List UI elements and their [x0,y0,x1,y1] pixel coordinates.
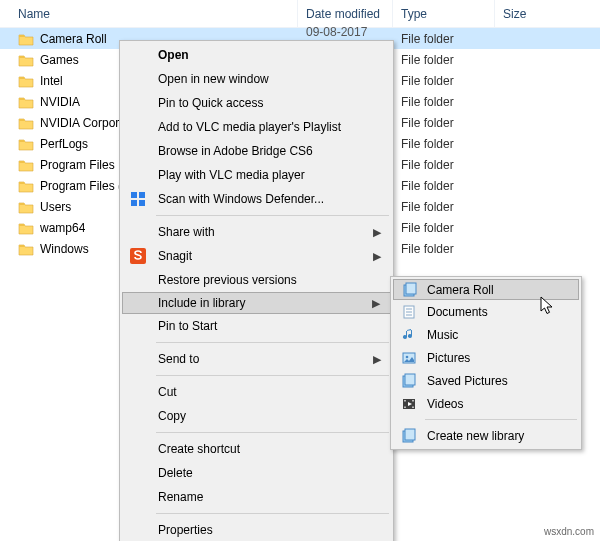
svg-rect-0 [131,192,137,198]
label: Snagit [158,249,192,263]
menu-create-shortcut[interactable]: Create shortcut [122,437,391,461]
label: Name [18,7,50,21]
folder-icon [18,221,34,235]
label: Copy [158,409,186,423]
label: Properties [158,523,213,537]
library-icon [401,428,417,444]
folder-icon [18,95,34,109]
label: Date modified [306,7,380,21]
include-in-library-submenu: Camera Roll Documents Music Pictures Sav… [390,276,582,450]
svg-rect-18 [412,400,414,402]
column-header-type[interactable]: Type [393,0,495,27]
label: Type [401,7,427,21]
menu-cut[interactable]: Cut [122,380,391,404]
menu-copy[interactable]: Copy [122,404,391,428]
submenu-saved-pictures[interactable]: Saved Pictures [393,369,579,392]
svg-rect-21 [405,429,415,440]
watermark: wsxdn.com [544,526,594,537]
menu-properties[interactable]: Properties [122,518,391,541]
videos-icon [401,396,417,412]
menu-pin-quick-access[interactable]: Pin to Quick access [122,91,391,115]
label: Restore previous versions [158,273,297,287]
label: Include in library [158,296,245,310]
file-type: File folder [393,32,495,46]
submenu-arrow-icon: ▶ [373,226,381,239]
svg-rect-1 [139,192,145,198]
label: Open [158,48,189,62]
label: Pictures [427,351,470,365]
label: Play with VLC media player [158,168,305,182]
submenu-create-new-library[interactable]: Create new library [393,424,579,447]
menu-rename[interactable]: Rename [122,485,391,509]
menu-pin-to-start[interactable]: Pin to Start [122,314,391,338]
file-name: Games [40,53,79,67]
file-type: File folder [393,158,495,172]
submenu-documents[interactable]: Documents [393,300,579,323]
folder-icon [18,53,34,67]
menu-share-with[interactable]: Share with▶ [122,220,391,244]
file-type: File folder [393,116,495,130]
folder-icon [18,32,34,46]
label: Create shortcut [158,442,240,456]
label: Cut [158,385,177,399]
column-header-date[interactable]: Date modified [298,0,393,27]
file-type: File folder [393,179,495,193]
label: Scan with Windows Defender... [158,192,324,206]
separator [156,513,389,514]
menu-delete[interactable]: Delete [122,461,391,485]
file-name: Users [40,200,71,214]
menu-browse-bridge[interactable]: Browse in Adobe Bridge CS6 [122,139,391,163]
label: Browse in Adobe Bridge CS6 [158,144,313,158]
separator [156,215,389,216]
pictures-icon [401,350,417,366]
folder-icon [18,179,34,193]
menu-open[interactable]: Open [122,43,391,67]
svg-rect-14 [405,374,415,385]
menu-snagit[interactable]: Snagit▶ [122,244,391,268]
menu-open-new-window[interactable]: Open in new window [122,67,391,91]
label: Videos [427,397,463,411]
folder-icon [18,242,34,256]
submenu-music[interactable]: Music [393,323,579,346]
menu-restore-previous[interactable]: Restore previous versions [122,268,391,292]
library-icon [401,373,417,389]
label: Pin to Quick access [158,96,263,110]
file-type: File folder [393,137,495,151]
submenu-videos[interactable]: Videos [393,392,579,415]
label: Music [427,328,458,342]
file-type: File folder [393,221,495,235]
file-name: PerfLogs [40,137,88,151]
submenu-arrow-icon: ▶ [373,353,381,366]
menu-include-in-library[interactable]: Include in library▶ [122,292,391,314]
folder-icon [18,116,34,130]
svg-rect-2 [131,200,137,206]
svg-rect-6 [406,283,416,294]
documents-icon [401,304,417,320]
submenu-camera-roll[interactable]: Camera Roll [393,279,579,300]
file-name: Windows [40,242,89,256]
context-menu: Open Open in new window Pin to Quick acc… [119,40,394,541]
file-type: File folder [393,74,495,88]
label: Saved Pictures [427,374,508,388]
svg-rect-3 [139,200,145,206]
menu-play-vlc[interactable]: Play with VLC media player [122,163,391,187]
file-type: File folder [393,95,495,109]
label: Pin to Start [158,319,217,333]
menu-scan-defender[interactable]: Scan with Windows Defender... [122,187,391,211]
folder-icon [18,158,34,172]
svg-rect-19 [412,406,414,408]
submenu-pictures[interactable]: Pictures [393,346,579,369]
menu-add-vlc-playlist[interactable]: Add to VLC media player's Playlist [122,115,391,139]
file-type: File folder [393,53,495,67]
label: Create new library [427,429,524,443]
column-header-name[interactable]: Name [0,0,298,27]
label: Delete [158,466,193,480]
menu-send-to[interactable]: Send to▶ [122,347,391,371]
label: Camera Roll [427,283,494,297]
separator [156,342,389,343]
label: Documents [427,305,488,319]
file-name: NVIDIA [40,95,80,109]
library-icon [402,282,418,298]
file-name: Intel [40,74,63,88]
column-header-size[interactable]: Size [495,0,526,27]
